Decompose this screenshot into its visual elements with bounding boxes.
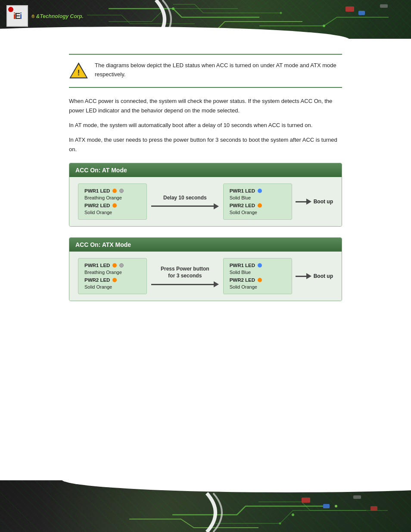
caution-section: ! The diagrams below depict the LED stat… (69, 54, 342, 88)
caution-text: The diagrams below depict the LED status… (95, 61, 342, 79)
at-mode-pwr2-status: Solid Orange (84, 210, 112, 215)
at-mode-right-pwr1-dot (258, 189, 262, 193)
atx-mode-pwr2-label: PWR2 LED (84, 277, 110, 283)
at-mode-right-pwr2-status: Solid Orange (230, 210, 257, 215)
atx-mode-right-pwr1-label: PWR1 LED (230, 263, 255, 268)
svg-point-16 (279, 523, 281, 525)
atx-mode-arrow-area: Press Power button for 3 seconds (147, 265, 223, 288)
atx-mode-arrow-line2: for 3 seconds (168, 273, 202, 279)
atx-mode-pwr2-status-row: Solid Orange (84, 284, 140, 289)
atx-mode-diagram: ACC On: ATX Mode PWR1 LED Breathing Oran… (69, 237, 342, 301)
svg-rect-12 (353, 495, 361, 499)
svg-point-14 (292, 513, 294, 516)
at-mode-title: ACC On: AT Mode (75, 167, 127, 174)
svg-rect-11 (323, 504, 330, 508)
main-content: ! The diagrams below depict the LED stat… (0, 39, 411, 320)
at-mode-pwr1-dot-gray (119, 189, 124, 193)
svg-point-15 (335, 505, 337, 507)
at-mode-section: ACC On: AT Mode PWR1 LED Breathing Orang… (69, 163, 342, 227)
at-mode-arrow-label: Delay 10 seconds (163, 194, 207, 202)
atx-mode-header: ACC On: ATX Mode (69, 238, 342, 252)
atx-mode-left-box: PWR1 LED Breathing Orange PWR2 LED Solid… (78, 258, 147, 294)
atx-mode-pwr1-row: PWR1 LED (84, 263, 140, 268)
at-mode-arrow-area: Delay 10 seconds (147, 194, 223, 209)
at-mode-pwr1-row: PWR1 LED (84, 188, 140, 193)
atx-mode-section: ACC On: ATX Mode PWR1 LED Breathing Oran… (69, 237, 342, 301)
atx-mode-arrow-head (214, 281, 219, 287)
at-mode-right-pwr1-status-row: Solid Blue (230, 195, 286, 200)
atx-mode-body: PWR1 LED Breathing Orange PWR2 LED Solid… (69, 252, 342, 301)
at-mode-arrow-head (214, 203, 219, 209)
atx-mode-right-pwr2-dot (258, 278, 262, 282)
footer (0, 480, 411, 532)
atx-mode-right-pwr1-status-row: Solid Blue (230, 270, 286, 275)
atx-mode-right-pwr2-label: PWR2 LED (230, 277, 255, 283)
logo-box: iEi (6, 5, 28, 27)
atx-mode-right-pwr1-row: PWR1 LED (230, 263, 286, 268)
atx-mode-arrow-line1: Press Power button (161, 266, 209, 272)
atx-mode-boot-arrow-line (296, 273, 311, 279)
atx-mode-arrow-shaft (151, 284, 214, 285)
at-mode-pwr1-dot-orange (112, 189, 117, 193)
at-mode-diagram: ACC On: AT Mode PWR1 LED Breathing Orang… (69, 163, 342, 227)
atx-mode-arrow-label: Press Power button for 3 seconds (161, 265, 209, 280)
atx-mode-right-pwr2-status-row: Solid Orange (230, 284, 286, 289)
at-mode-boot-label: Boot up (314, 199, 333, 205)
at-mode-pwr1-label: PWR1 LED (84, 188, 110, 193)
svg-rect-6 (380, 4, 388, 8)
body-text: When ACC power is connected, the system … (69, 96, 342, 154)
at-mode-boot-arrow: Boot up (292, 199, 333, 205)
at-mode-pwr2-label: PWR2 LED (84, 203, 110, 208)
atx-mode-boot-arrow: Boot up (292, 273, 333, 279)
at-mode-arrow-shaft (151, 205, 214, 207)
at-mode-right-box: PWR1 LED Solid Blue PWR2 LED Solid Orang… (223, 184, 292, 220)
atx-mode-boot-shaft (296, 276, 306, 277)
at-mode-arrow-line (151, 203, 219, 209)
at-mode-right-pwr2-dot (258, 203, 262, 208)
svg-rect-5 (358, 11, 365, 15)
atx-mode-pwr2-status: Solid Orange (84, 284, 112, 289)
atx-mode-pwr2-dot (112, 278, 117, 282)
at-mode-pwr1-status-row: Breathing Orange (84, 195, 140, 200)
at-mode-right-pwr1-status: Solid Blue (230, 195, 251, 200)
atx-mode-pwr1-dot-orange (112, 263, 117, 268)
at-mode-pwr1-status: Breathing Orange (84, 195, 122, 200)
atx-mode-title: ACC On: ATX Mode (75, 241, 131, 248)
logo-area: iEi ® &Technology Corp. (6, 5, 84, 27)
at-mode-right-pwr2-status-row: Solid Orange (230, 210, 286, 215)
atx-mode-right-box: PWR1 LED Solid Blue PWR2 LED Solid Orang… (223, 258, 292, 294)
at-mode-boot-shaft (296, 201, 306, 202)
atx-mode-pwr1-status-row: Breathing Orange (84, 270, 140, 275)
at-mode-pwr2-dot (112, 203, 117, 208)
atx-mode-pwr1-label: PWR1 LED (84, 263, 110, 268)
atx-mode-right-pwr2-row: PWR2 LED (230, 277, 286, 283)
atx-mode-pwr1-status: Breathing Orange (84, 270, 122, 275)
atx-mode-pwr2-row: PWR2 LED (84, 277, 140, 283)
at-mode-left-box: PWR1 LED Breathing Orange PWR2 LED Solid… (78, 184, 147, 220)
atx-mode-pwr1-dot-gray (119, 263, 124, 268)
at-mode-right-pwr1-row: PWR1 LED (230, 188, 286, 193)
atx-mode-boot-label: Boot up (314, 273, 333, 279)
at-mode-right-pwr2-label: PWR2 LED (230, 203, 255, 208)
svg-rect-10 (302, 498, 310, 503)
svg-point-3 (323, 25, 325, 27)
svg-point-0 (172, 7, 174, 10)
svg-text:!: ! (78, 68, 80, 77)
at-mode-right-pwr1-label: PWR1 LED (230, 188, 255, 193)
body-paragraph-1: When ACC power is connected, the system … (69, 96, 342, 115)
body-paragraph-2: In AT mode, the system will automaticall… (69, 121, 342, 130)
svg-rect-4 (346, 6, 354, 12)
footer-circuit-lines (0, 480, 411, 532)
header: iEi ® &Technology Corp. (0, 0, 411, 39)
svg-rect-13 (371, 506, 377, 510)
atx-mode-arrow-line (151, 281, 219, 287)
body-paragraph-3: In ATX mode, the user needs to press the… (69, 135, 342, 154)
atx-mode-right-pwr1-status: Solid Blue (230, 270, 251, 275)
at-mode-body: PWR1 LED Breathing Orange PWR2 LED Solid… (69, 177, 342, 226)
at-mode-boot-arrow-line (296, 199, 311, 205)
at-mode-pwr2-row: PWR2 LED (84, 203, 140, 208)
at-mode-pwr2-status-row: Solid Orange (84, 210, 140, 215)
company-name: ® &Technology Corp. (31, 12, 84, 20)
atx-mode-boot-head (306, 273, 311, 279)
svg-point-2 (280, 12, 282, 14)
